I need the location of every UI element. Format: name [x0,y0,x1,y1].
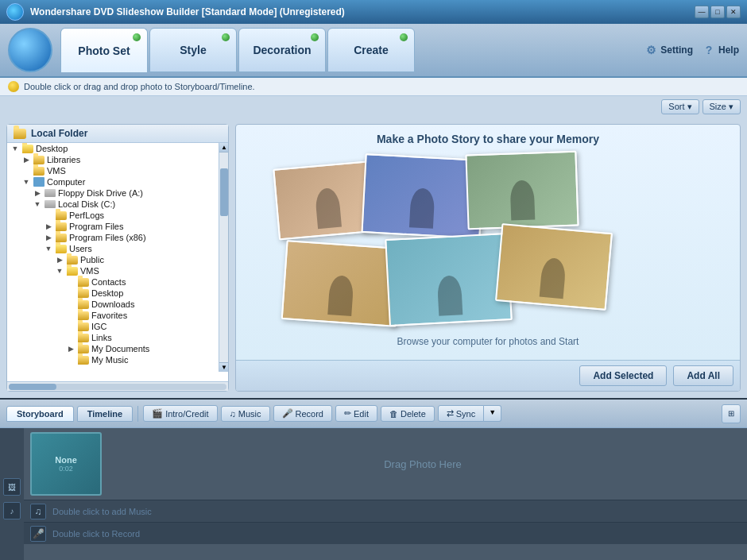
tree-item[interactable]: VMS [7,165,228,176]
photo-person-5 [436,275,463,316]
tree-toggle-icon [21,166,31,176]
folder-icon [78,311,89,320]
tab-photo-set[interactable]: Photo Set [60,28,148,72]
tree-item[interactable]: IGC [7,321,228,332]
tree-item-label: Program Files [69,222,123,231]
folder-icon [67,256,78,265]
maximize-button[interactable]: □ [710,6,725,18]
record-button[interactable]: 🎤 Record [273,405,332,422]
tab-decoration[interactable]: Decoration [238,28,326,72]
sb-main-scroll[interactable]: None 0:02 Drag Photo Here ♫ Double click… [24,428,747,560]
setting-label: Setting [660,44,693,56]
tree-item[interactable]: Desktop [7,288,228,299]
help-label: Help [718,44,739,56]
sb-first-item[interactable]: None 0:02 [30,432,102,496]
close-button[interactable]: ✕ [726,6,741,18]
tree-item[interactable]: Links [7,332,228,343]
photo-item-6 [495,223,613,311]
folder-icon [78,345,89,353]
tree-item[interactable]: Favorites [7,310,228,321]
tree-item[interactable]: ▼Desktop [7,143,228,154]
tree-item-label: Downloads [91,299,134,309]
minimize-button[interactable]: — [695,6,709,18]
sb-audio-ctrl[interactable]: ♪ [3,502,21,519]
record-icon: 🎤 [282,408,293,419]
edit-icon: ✏ [344,408,351,419]
photo-person-6 [540,257,567,299]
vscroll-track [219,153,228,362]
sb-drag-area: Drag Photo Here [105,458,741,470]
tab-photo-set-label: Photo Set [78,44,130,57]
tree-item-label: VMS [80,266,99,276]
tree-item[interactable]: Contacts [7,276,228,288]
intro-credit-button[interactable]: 🎬 Intro/Credit [143,405,217,422]
drive-icon [45,189,56,197]
tree-item-label: VMS [47,166,66,176]
tree-item-label: Public [80,255,104,265]
delete-icon: 🗑 [389,409,398,419]
tree-toggle-icon: ▶ [55,255,64,265]
help-button[interactable]: ? Help [702,44,739,56]
photo-collage [236,149,740,360]
vscroll-up-button[interactable]: ▲ [219,143,228,153]
tree-scroll[interactable]: ▼Desktop▶LibrariesVMS▼Computer▶Floppy Di… [7,143,228,381]
delete-button[interactable]: 🗑 Delete [381,406,435,422]
sort-button[interactable]: Sort ▾ [661,99,699,114]
photo-panel: Make a Photo Story to share your Memory [235,124,741,392]
nav-right: ⚙ Setting ? Help [644,44,739,56]
tree-item[interactable]: ▶Floppy Disk Drive (A:) [7,187,228,199]
computer-icon [33,177,45,187]
main-area: Local Folder ▼Desktop▶LibrariesVMS▼Compu… [0,118,747,398]
photo-panel-buttons: Add Selected Add All [236,360,740,391]
tab-storyboard[interactable]: Storyboard [6,406,74,422]
hscroll-thumb[interactable] [9,384,56,390]
tree-item[interactable]: ▼VMS [7,265,228,276]
title-text: Wondershare DVD Slideshow Builder [Stand… [30,6,345,17]
add-all-button[interactable]: Add All [673,365,733,386]
tree-toggle-icon: ▼ [55,266,64,276]
edit-button[interactable]: ✏ Edit [335,405,377,422]
tree-toggle-icon: ▶ [44,222,53,231]
tab-style[interactable]: Style [149,28,237,72]
tree-item-label: Libraries [47,155,80,164]
folder-icon [78,278,89,287]
title-controls[interactable]: — □ ✕ [695,6,741,18]
sb-photo-track: None 0:02 Drag Photo Here [24,428,747,500]
tree-item-label: Local Disk (C:) [58,199,115,209]
separator-1 [137,406,138,422]
tree-item[interactable]: ▶Program Files (x86) [7,232,228,243]
tree-item[interactable]: ▼Local Disk (C:) [7,199,228,210]
folder-icon [33,167,45,176]
tab-create[interactable]: Create [327,28,415,72]
sync-button[interactable]: ⇄ Sync [438,405,484,422]
tree-item[interactable]: ▶Program Files [7,221,228,232]
sb-music-track[interactable]: ♫ Double click to add Music [24,500,747,522]
tree-item[interactable]: PerfLogs [7,210,228,221]
tree-item-label: Desktop [36,144,68,153]
folder-icon [22,145,33,153]
tree-item-label: Computer [47,177,85,187]
add-selected-button[interactable]: Add Selected [579,365,667,386]
tree-item[interactable]: Downloads [7,299,228,310]
tree-item-label: Users [69,244,92,253]
music-button[interactable]: ♫ Music [221,406,270,422]
folder-icon [78,322,89,331]
tab-timeline[interactable]: Timeline [77,406,133,422]
setting-button[interactable]: ⚙ Setting [644,44,693,56]
tree-item[interactable]: ▼Computer [7,176,228,187]
file-panel-title: Local Folder [31,128,87,139]
vscroll-down-button[interactable]: ▼ [219,362,228,372]
tree-item[interactable]: ▼Users [7,243,228,254]
expand-button[interactable]: ⊞ [722,404,741,423]
sb-photo-ctrl[interactable]: 🖼 [3,478,21,496]
tree-item[interactable]: ▶Libraries [7,154,228,165]
tree-toggle-icon [44,210,53,220]
sb-tracks: None 0:02 Drag Photo Here ♫ Double click… [24,428,747,560]
vscroll-thumb[interactable] [220,168,228,216]
sync-dropdown-button[interactable]: ▼ [484,405,501,422]
size-button[interactable]: Size ▾ [702,99,741,114]
tree-item[interactable]: My Music [7,354,228,365]
sb-record-track[interactable]: 🎤 Double click to Record [24,522,747,544]
tree-item[interactable]: ▶Public [7,254,228,265]
tree-item[interactable]: ▶My Documents [7,343,228,354]
